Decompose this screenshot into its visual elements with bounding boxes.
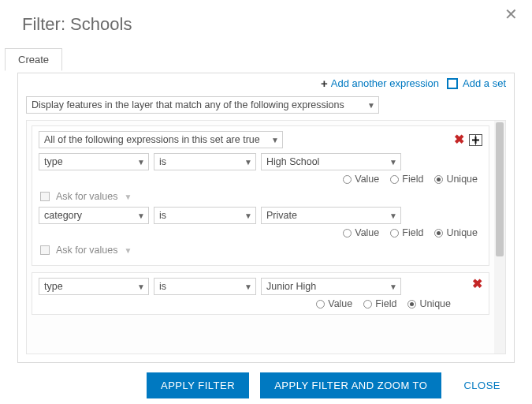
filter-dialog: ✕ Filter: Schools Create + Add another e… bbox=[0, 0, 532, 404]
add-set-label: Add a set bbox=[463, 77, 506, 89]
caret-icon: ▼ bbox=[137, 282, 145, 291]
operator-value: is bbox=[159, 281, 166, 292]
caret-icon: ▼ bbox=[389, 158, 397, 166]
tab-create[interactable]: Create bbox=[5, 48, 62, 71]
operator-value: is bbox=[159, 156, 166, 167]
match-rule-select[interactable]: Display features in the layer that match… bbox=[26, 96, 379, 114]
chevron-down-icon: ▼ bbox=[125, 246, 132, 255]
toolbar: + Add another expression Add a set bbox=[18, 73, 514, 96]
value-source-radios: Value Field Unique bbox=[39, 297, 482, 312]
value-value: Private bbox=[266, 210, 297, 221]
expressions-container: All of the following expressions in this… bbox=[26, 120, 506, 354]
expression-set: All of the following expressions in this… bbox=[32, 125, 489, 266]
chevron-down-icon: ▼ bbox=[125, 193, 132, 201]
close-icon[interactable]: ✕ bbox=[504, 6, 518, 22]
delete-set-icon[interactable]: ✖ bbox=[454, 133, 464, 146]
delete-expression-icon[interactable]: ✖ bbox=[472, 278, 482, 290]
set-rule-select[interactable]: All of the following expressions in this… bbox=[39, 131, 283, 148]
operator-value: is bbox=[159, 210, 166, 221]
ask-for-values[interactable]: Ask for values ▼ bbox=[39, 188, 482, 207]
caret-icon: ▼ bbox=[367, 101, 375, 110]
radio-value[interactable]: Value bbox=[316, 298, 352, 309]
caret-icon: ▼ bbox=[244, 282, 252, 291]
plus-icon: + bbox=[321, 77, 328, 90]
radio-field[interactable]: Field bbox=[363, 298, 396, 309]
expression-row: type ▼ is ▼ High School ▼ bbox=[39, 153, 482, 207]
expression-row: category ▼ is ▼ Private ▼ bbox=[39, 207, 482, 260]
close-button[interactable]: CLOSE bbox=[452, 372, 512, 398]
caret-icon: ▼ bbox=[244, 158, 252, 166]
radio-unique[interactable]: Unique bbox=[434, 227, 478, 238]
operator-select[interactable]: is ▼ bbox=[154, 153, 256, 170]
field-value: type bbox=[44, 281, 63, 292]
field-select[interactable]: type ▼ bbox=[39, 153, 149, 170]
radio-unique[interactable]: Unique bbox=[434, 174, 478, 185]
caret-icon: ▼ bbox=[244, 211, 252, 220]
ask-label: Ask for values bbox=[56, 191, 118, 202]
ask-label: Ask for values bbox=[56, 245, 118, 256]
field-select[interactable]: category ▼ bbox=[39, 207, 149, 224]
scrollbar-thumb[interactable] bbox=[496, 122, 504, 256]
expression-row: ✖ type ▼ is ▼ Junior High ▼ bbox=[32, 272, 489, 315]
dialog-footer: APPLY FILTER APPLY FILTER AND ZOOM TO CL… bbox=[0, 363, 532, 398]
value-value: High School bbox=[266, 156, 319, 167]
tabs-row: Create bbox=[0, 49, 532, 73]
checkbox-icon bbox=[40, 192, 50, 201]
field-value: category bbox=[44, 210, 82, 221]
set-header: All of the following expressions in this… bbox=[39, 131, 482, 148]
match-rule-row: Display features in the layer that match… bbox=[18, 96, 514, 120]
value-source-radios: Value Field Unique bbox=[39, 226, 482, 241]
caret-icon: ▼ bbox=[137, 211, 145, 220]
value-value: Junior High bbox=[266, 281, 316, 292]
caret-icon: ▼ bbox=[389, 282, 397, 291]
radio-unique[interactable]: Unique bbox=[407, 298, 451, 309]
panel: + Add another expression Add a set Displ… bbox=[17, 73, 515, 363]
scrollbar[interactable] bbox=[494, 121, 505, 354]
radio-field[interactable]: Field bbox=[390, 227, 423, 238]
operator-select[interactable]: is ▼ bbox=[154, 207, 256, 224]
radio-value[interactable]: Value bbox=[343, 227, 379, 238]
field-select[interactable]: type ▼ bbox=[39, 278, 149, 295]
caret-icon: ▼ bbox=[271, 136, 279, 144]
checkbox-icon bbox=[40, 245, 50, 255]
add-expression-link[interactable]: + Add another expression bbox=[321, 77, 439, 90]
add-set-link[interactable]: Add a set bbox=[447, 77, 506, 89]
add-to-set-icon[interactable] bbox=[469, 134, 482, 146]
apply-filter-zoom-button[interactable]: APPLY FILTER AND ZOOM TO bbox=[260, 372, 441, 398]
ask-for-values[interactable]: Ask for values ▼ bbox=[39, 241, 482, 260]
checkbox-icon bbox=[447, 78, 458, 89]
match-rule-value: Display features in the layer that match… bbox=[32, 99, 344, 110]
value-select[interactable]: High School ▼ bbox=[261, 153, 401, 170]
radio-field[interactable]: Field bbox=[390, 174, 423, 185]
set-rule-value: All of the following expressions in this… bbox=[44, 134, 260, 145]
value-select[interactable]: Private ▼ bbox=[261, 207, 401, 224]
apply-filter-button[interactable]: APPLY FILTER bbox=[147, 372, 249, 398]
dialog-title: Filter: Schools bbox=[0, 2, 532, 49]
expressions-content: All of the following expressions in this… bbox=[27, 121, 494, 354]
caret-icon: ▼ bbox=[137, 158, 145, 166]
set-actions: ✖ bbox=[454, 133, 482, 146]
caret-icon: ▼ bbox=[389, 211, 397, 220]
value-select[interactable]: Junior High ▼ bbox=[261, 278, 401, 295]
add-expression-label: Add another expression bbox=[331, 77, 439, 89]
value-source-radios: Value Field Unique bbox=[39, 172, 482, 188]
radio-value[interactable]: Value bbox=[343, 174, 379, 185]
operator-select[interactable]: is ▼ bbox=[154, 278, 256, 295]
field-value: type bbox=[44, 156, 63, 167]
